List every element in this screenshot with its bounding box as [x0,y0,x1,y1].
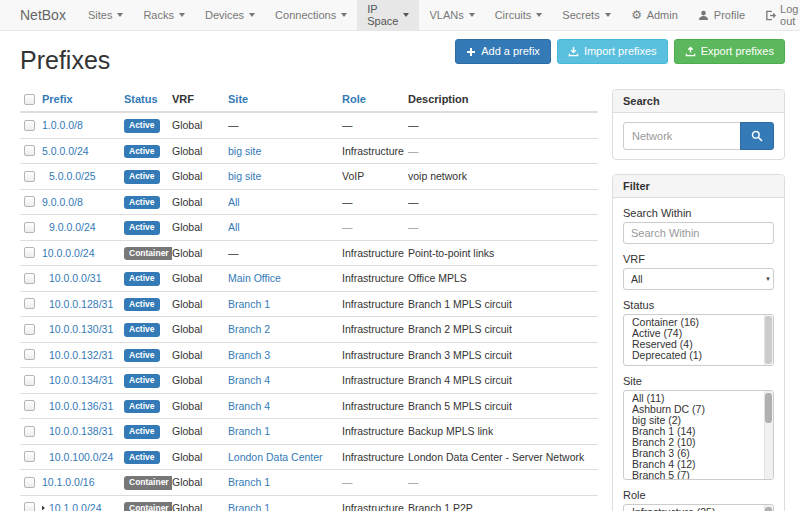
site-link[interactable]: Branch 1 [228,502,270,511]
prefix-link[interactable]: 5.0.0.0/24 [42,145,89,157]
nav-item-racks[interactable]: Racks [133,0,195,30]
vrf-select[interactable]: All ▼ [623,268,774,290]
role-value: VoIP [342,170,364,182]
prefix-link[interactable]: 10.0.100.0/24 [49,451,113,463]
nav-item-devices[interactable]: Devices [195,0,265,30]
nav-item-secrets[interactable]: Secrets [552,0,620,30]
list-option[interactable]: Ashburn DC (7) [624,404,773,415]
site-link[interactable]: Branch 1 [228,298,270,310]
prefix-link[interactable]: 9.0.0.0/24 [49,221,96,233]
add-prefix-button[interactable]: Add a prefix [455,39,551,64]
prefix-link[interactable]: 10.0.0.138/31 [49,425,113,437]
description-value: Backup MPLS link [408,425,493,437]
prefix-link[interactable]: 5.0.0.0/25 [49,170,96,182]
prefix-link[interactable]: 10.0.0.136/31 [49,400,113,412]
role-value: Infrastructure [342,247,404,259]
column-header-vrf: VRF [172,89,228,112]
site-link[interactable]: Branch 1 [228,425,270,437]
nav-item-ip-space[interactable]: IP Space [357,0,419,30]
row-checkbox[interactable] [24,375,35,386]
status-listbox[interactable]: Container (16)Active (74)Reserved (4)Dep… [623,314,774,366]
site-link[interactable]: Branch 2 [228,323,270,335]
row-checkbox[interactable] [24,502,35,511]
row-checkbox[interactable] [24,324,35,335]
column-header-role[interactable]: Role [342,93,366,105]
status-badge: Active [124,349,160,363]
column-header-site[interactable]: Site [228,93,248,105]
search-within-input[interactable] [623,222,774,244]
site-link[interactable]: London Data Center [228,451,323,463]
list-option[interactable]: Branch 3 (6) [624,448,773,459]
row-checkbox[interactable] [24,451,35,462]
list-option[interactable]: Infrastructure (25) [624,507,773,511]
site-link[interactable]: big site [228,170,261,182]
row-checkbox[interactable] [24,477,35,488]
scrollbar[interactable] [764,315,773,365]
scrollbar[interactable] [764,391,773,479]
nav-item-vlans[interactable]: VLANs [419,0,484,30]
row-checkbox[interactable] [24,298,35,309]
list-option[interactable]: Branch 5 (7) [624,470,773,480]
list-option[interactable]: big site (2) [624,415,773,426]
row-checkbox[interactable] [24,426,35,437]
nav-item-connections[interactable]: Connections [265,0,357,30]
search-input[interactable] [623,122,741,150]
site-listbox[interactable]: All (11)Ashburn DC (7)big site (2)Branch… [623,390,774,480]
prefix-link[interactable]: 1.0.0.0/8 [42,119,83,131]
column-header-prefix[interactable]: Prefix [42,93,73,105]
prefix-link[interactable]: 10.1.0.0/16 [42,476,95,488]
row-checkbox[interactable] [24,400,35,411]
scrollbar-thumb[interactable] [765,316,772,364]
scrollbar-thumb[interactable] [765,393,772,423]
row-checkbox[interactable] [24,349,35,360]
scrollbar[interactable] [764,505,773,511]
list-option[interactable]: Branch 4 (12) [624,459,773,470]
scrollbar-thumb[interactable] [765,507,772,511]
list-option[interactable]: Deprecated (1) [624,350,773,361]
import-prefixes-button[interactable]: Import prefixes [557,39,668,64]
brand-link[interactable]: NetBox [12,0,78,30]
list-option[interactable]: Reserved (4) [624,339,773,350]
status-badge: Active [124,400,160,414]
row-checkbox[interactable] [24,222,35,233]
prefix-link[interactable]: 10.1.0.0/24 [49,502,102,511]
prefix-link[interactable]: 9.0.0.0/8 [42,196,83,208]
nav-item-sites[interactable]: Sites [78,0,133,30]
list-option[interactable]: Branch 2 (10) [624,437,773,448]
list-option[interactable]: Container (16) [624,317,773,328]
site-link[interactable]: All [228,196,240,208]
prefix-link[interactable]: 10.0.0.128/31 [49,298,113,310]
site-link[interactable]: All [228,221,240,233]
site-link[interactable]: Branch 3 [228,349,270,361]
site-link[interactable]: Main Office [228,272,281,284]
export-prefixes-button[interactable]: Export prefixes [674,39,785,64]
row-checkbox[interactable] [24,196,35,207]
prefix-link[interactable]: 10.0.0.132/31 [49,349,113,361]
search-button[interactable] [740,122,774,150]
row-checkbox[interactable] [24,145,35,156]
table-row: 10.0.100.0/24 Active Global London Data … [20,444,598,470]
site-link[interactable]: Branch 4 [228,400,270,412]
nav-item-admin[interactable]: ⚙ Admin [621,0,688,30]
prefix-link[interactable]: 10.0.0.0/24 [42,247,95,259]
prefix-link[interactable]: 10.0.0.130/31 [49,323,113,335]
row-checkbox[interactable] [24,171,35,182]
list-option[interactable]: Active (74) [624,328,773,339]
site-link[interactable]: big site [228,145,261,157]
column-header-status[interactable]: Status [124,93,158,105]
select-all-checkbox[interactable] [24,94,35,105]
list-option[interactable]: All (11) [624,393,773,404]
prefix-link[interactable]: 10.0.0.0/31 [49,272,102,284]
nav-item-profile[interactable]: Profile [688,0,755,30]
nav-item-circuits[interactable]: Circuits [485,0,553,30]
row-checkbox[interactable] [24,273,35,284]
site-link[interactable]: Branch 1 [228,476,270,488]
prefix-link[interactable]: 10.0.0.134/31 [49,374,113,386]
role-listbox[interactable]: Infrastructure (25)Management (8)Private… [623,504,774,511]
role-label: Role [623,489,774,501]
nav-item-logout[interactable]: Log out [755,0,800,30]
row-checkbox[interactable] [24,247,35,258]
list-option[interactable]: Branch 1 (14) [624,426,773,437]
row-checkbox[interactable] [24,120,35,131]
site-link[interactable]: Branch 4 [228,374,270,386]
